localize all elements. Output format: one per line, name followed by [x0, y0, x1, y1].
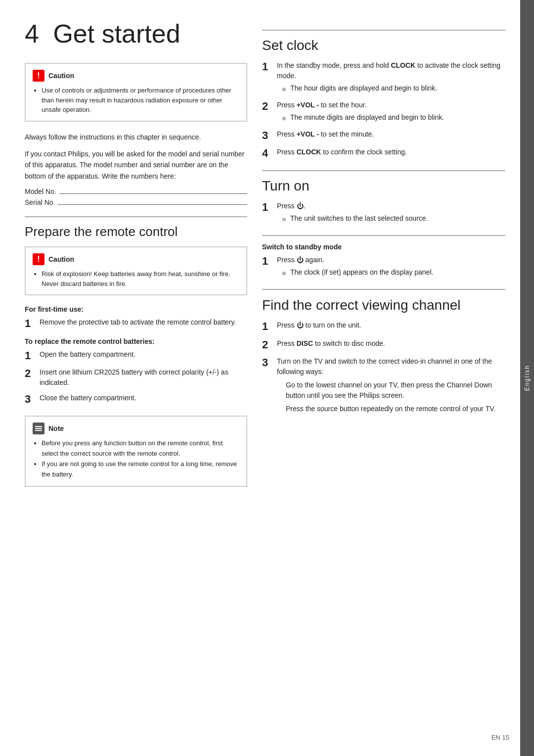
- set-clock-list: 1 In the standby mode, press and hold CL…: [262, 60, 505, 160]
- find-channel-bullet-2: Press the source button repeatedly on th…: [286, 404, 505, 414]
- find-channel-list: 1 Press ⏻ to turn on the unit. 2 Press D…: [262, 320, 505, 417]
- replace-step-2: 2 Insert one lithium CR2025 battery with…: [25, 367, 247, 388]
- replace-step-1: 1 Open the battery compartment.: [25, 349, 247, 362]
- note-line-1: [35, 426, 42, 427]
- body-text-1: Always follow the instructions in this c…: [25, 132, 247, 142]
- note-line-2: [35, 428, 42, 429]
- divider-standby: [262, 235, 505, 236]
- set-clock-step-4-text: Press CLOCK to confirm the clock setting…: [277, 148, 407, 156]
- find-channel-step-2: 2 Press DISC to switch to disc mode.: [262, 338, 505, 351]
- standby-step-1: 1 Press ⏻ again. » The clock (if set) ap…: [262, 255, 505, 279]
- set-clock-step-3: 3 Press +VOL - to set the minute.: [262, 129, 505, 142]
- find-channel-step-1-text: Press ⏻ to turn on the unit.: [277, 321, 361, 329]
- caution-box-1: ! Caution Use of controls or adjustments…: [25, 63, 247, 122]
- note-list: Before you press any function button on …: [33, 438, 239, 479]
- standby-list: 1 Press ⏻ again. » The clock (if set) ap…: [262, 255, 505, 279]
- page-number: EN 15: [491, 734, 509, 741]
- set-clock-title: Set clock: [262, 38, 505, 53]
- set-clock-sub-2: » The minute digits are displayed and be…: [277, 112, 505, 124]
- caution-header-1: ! Caution: [33, 70, 239, 82]
- divider-find-channel: [262, 289, 505, 290]
- find-channel-step-2-text: Press DISC to switch to disc mode.: [277, 339, 385, 347]
- caution-icon-1: !: [33, 70, 44, 82]
- turn-on-step-1-text: Press ⏻.: [277, 202, 306, 210]
- caution-item-2: Risk of explosion! Keep batteries away f…: [42, 269, 239, 288]
- note-icon-lines: [35, 426, 42, 431]
- set-clock-step-1: 1 In the standby mode, press and hold CL…: [262, 60, 505, 95]
- note-box: Note Before you press any function butto…: [25, 416, 247, 486]
- set-clock-step-3-text: Press +VOL - to set the minute.: [277, 130, 374, 138]
- divider-set-clock: [262, 30, 505, 31]
- first-use-title: For first-time use:: [25, 305, 247, 313]
- note-item-2: If you are not going to use the remote c…: [42, 459, 239, 480]
- language-tab: English: [520, 0, 534, 756]
- caution-list-1: Use of controls or adjustments or perfor…: [33, 86, 239, 115]
- find-channel-title: Find the correct viewing channel: [262, 297, 505, 314]
- page-title: 4 Get started: [25, 20, 247, 48]
- standby-sub-1: » The clock (if set) appears on the disp…: [277, 267, 505, 279]
- set-clock-step-2-text: Press +VOL - to set the hour.: [277, 101, 366, 109]
- turn-on-step-1: 1 Press ⏻. » The unit switches to the la…: [262, 201, 505, 225]
- note-header: Note: [33, 423, 239, 434]
- standby-step-1-text: Press ⏻ again.: [277, 256, 324, 264]
- body-text-2: If you contact Philips, you will be aske…: [25, 148, 247, 182]
- serial-field: Serial No.: [25, 198, 247, 206]
- caution-box-2: ! Caution Risk of explosion! Keep batter…: [25, 246, 247, 295]
- find-channel-bullets: Go to the lowest channel on your TV, the…: [277, 380, 505, 414]
- replace-step-3: 3 Close the battery compartment.: [25, 393, 247, 406]
- divider-turn-on: [262, 170, 505, 171]
- find-channel-step-1: 1 Press ⏻ to turn on the unit.: [262, 320, 505, 333]
- replace-list: 1 Open the battery compartment. 2 Insert…: [25, 349, 247, 406]
- set-clock-step-2: 2 Press +VOL - to set the hour. » The mi…: [262, 100, 505, 124]
- model-field: Model No.: [25, 188, 247, 195]
- first-use-step-1: 1 Remove the protective tab to activate …: [25, 317, 247, 330]
- turn-on-list: 1 Press ⏻. » The unit switches to the la…: [262, 201, 505, 225]
- right-column: Set clock 1 In the standby mode, press a…: [262, 20, 505, 736]
- caution-item-1: Use of controls or adjustments or perfor…: [42, 86, 239, 115]
- find-channel-bullet-1: Go to the lowest channel on your TV, the…: [286, 380, 505, 401]
- remote-section-title: Prepare the remote control: [25, 224, 247, 239]
- model-underline: [59, 193, 247, 194]
- find-channel-step-3-text: Turn on the TV and switch to the correct…: [277, 357, 492, 376]
- serial-underline: [58, 204, 247, 205]
- caution-header-2: ! Caution: [33, 253, 239, 265]
- left-column: 4 Get started ! Caution Use of controls …: [25, 20, 247, 736]
- turn-on-sub-1: » The unit switches to the last selected…: [277, 213, 505, 225]
- set-clock-step-4: 4 Press CLOCK to confirm the clock setti…: [262, 147, 505, 160]
- divider-1: [25, 216, 247, 217]
- replace-title: To replace the remote control batteries:: [25, 337, 247, 345]
- set-clock-step-1-text: In the standby mode, press and hold CLOC…: [277, 61, 500, 80]
- caution-icon-2: !: [33, 253, 44, 265]
- note-icon: [33, 423, 44, 434]
- caution-list-2: Risk of explosion! Keep batteries away f…: [33, 269, 239, 288]
- first-use-list: 1 Remove the protective tab to activate …: [25, 317, 247, 330]
- set-clock-sub-1: » The hour digits are displayed and begi…: [277, 83, 505, 95]
- note-line-3: [35, 430, 42, 431]
- language-label: English: [524, 365, 531, 391]
- find-channel-step-3: 3 Turn on the TV and switch to the corre…: [262, 356, 505, 417]
- turn-on-title: Turn on: [262, 178, 505, 194]
- note-item-1: Before you press any function button on …: [42, 438, 239, 459]
- standby-title: Switch to standby mode: [262, 243, 505, 251]
